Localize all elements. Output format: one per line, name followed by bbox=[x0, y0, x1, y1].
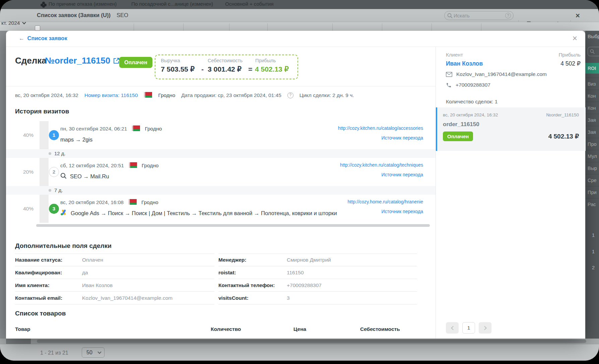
scrollbar-corner bbox=[6, 339, 31, 344]
gap-dot-icon bbox=[49, 152, 51, 155]
background-search-box: ? bbox=[444, 11, 514, 20]
visit-landing-url-link[interactable]: http://cozy.kitchen.ru/catalog/accessori… bbox=[338, 125, 423, 131]
visit-landing-url-link[interactable]: http://cozy.home.ru/catalog/hranenie bbox=[348, 199, 423, 204]
background-pagination-bar: 1 - 21 из 21 50 bbox=[0, 344, 599, 361]
metrics-search-box[interactable] bbox=[588, 47, 599, 56]
search-icon bbox=[590, 49, 595, 54]
client-sidebar: Клиент Прибыль Иван Козлов 4 502 ₽ Kozlo… bbox=[436, 47, 585, 339]
current-page-button[interactable]: 1 bbox=[462, 322, 475, 334]
period-label: кт. 2024 bbox=[1, 20, 20, 26]
metric-row-fragment[interactable]: Кон bbox=[585, 90, 599, 102]
search-help-icon[interactable]: ? bbox=[505, 13, 511, 18]
products-col-product: Товар bbox=[15, 326, 30, 332]
visit-landing-url-link[interactable]: http://cozy.kitchen.ru/catalog/technique… bbox=[340, 162, 423, 168]
visit-number-link[interactable]: Номер визита: 116150 bbox=[84, 92, 138, 98]
modal-close-icon[interactable]: × bbox=[572, 33, 577, 43]
background-tab-seo[interactable]: SEO bbox=[117, 12, 128, 18]
metric-row-fragment[interactable]: Сре bbox=[585, 174, 599, 186]
extra-field-value: да bbox=[82, 270, 88, 276]
metric-row-fragment[interactable]: Кон bbox=[585, 102, 599, 114]
chevron-right-icon bbox=[482, 326, 487, 330]
deal-status-badge: Оплачен bbox=[119, 57, 152, 68]
page-size-select[interactable]: 50 bbox=[82, 347, 105, 358]
deal-card-name: order_116150 bbox=[443, 121, 579, 128]
products-col-cost: Себестоимость bbox=[360, 326, 400, 332]
extra-field-row: Контактный телефон:+70009288307 bbox=[218, 279, 417, 292]
page-size-value: 50 bbox=[86, 350, 92, 356]
metric-row-fragment[interactable]: Выр bbox=[585, 162, 599, 174]
deal-card-date: вс, 20 октября 2024, 16:32 bbox=[443, 112, 498, 117]
cost-label: Себестоимость bbox=[208, 58, 243, 63]
visit-history-list: 40%1пн, 30 сентября 2024, 06:21Гродноmap… bbox=[6, 121, 436, 223]
rows-range-label: 1 - 21 из 21 bbox=[40, 350, 68, 356]
gap-dot-icon bbox=[49, 189, 51, 192]
deal-card-number: №order_116150 bbox=[546, 112, 579, 117]
client-profit-label: Прибыль bbox=[558, 52, 581, 58]
background-metrics-panel: Выбр ROI ВизКонКонЗаяЗаяПроМулВырСреПриР… bbox=[585, 31, 599, 339]
metric-row-roi[interactable]: ROI bbox=[585, 63, 599, 74]
chevron-down-icon bbox=[97, 350, 101, 354]
search-input[interactable] bbox=[454, 11, 501, 19]
back-arrow-icon: ← bbox=[19, 35, 24, 41]
extra-field-row: Имя клиента:Иван Козлов bbox=[15, 279, 214, 292]
metric-value-fragment: 1 bbox=[592, 232, 595, 238]
app-window: По причине отказа (изменен) По посадочно… bbox=[0, 0, 599, 361]
visit-row: 40%3вс, 20 октября 2024, 16:08ГродноGoog… bbox=[6, 195, 436, 223]
visit-source-path: Google Ads → Поиск → Поиск | Дом | Текст… bbox=[71, 210, 337, 216]
metric-row-fragment[interactable]: Мул bbox=[585, 150, 599, 162]
deal-meta-row: вс, 20 октября 2024, 16:32 Номер визита:… bbox=[15, 90, 354, 101]
select-all-checkbox[interactable] bbox=[35, 25, 40, 31]
horizontal-scrollbar-thumb[interactable] bbox=[37, 340, 586, 343]
extra-field-label: Название статуса: bbox=[15, 257, 82, 263]
report-tab-main-events[interactable]: Основной + события bbox=[225, 1, 274, 7]
visit-row: 20%2сб, 12 октября 2024, 20:51ГродноSEO … bbox=[6, 158, 436, 186]
client-phone-row: +70009288307 bbox=[446, 82, 490, 88]
extra-field-label: roistat: bbox=[218, 270, 287, 276]
visit-history-title: История визитов bbox=[15, 108, 69, 115]
visit-number-circle: 1 bbox=[49, 130, 59, 140]
prev-page-button[interactable] bbox=[446, 322, 459, 334]
report-tab-refusal[interactable]: По причине отказа (изменен) bbox=[49, 1, 117, 7]
background-tab-bar: По причине отказа (изменен) По посадочно… bbox=[0, 0, 599, 9]
history-scrollbar-thumb[interactable] bbox=[36, 224, 430, 227]
help-icon[interactable]: ? bbox=[287, 92, 293, 98]
client-name-link[interactable]: Иван Козлов bbox=[446, 60, 483, 67]
client-phone: +70009288307 bbox=[456, 82, 490, 88]
metric-row-fragment[interactable]: Рас bbox=[585, 198, 599, 210]
next-page-button[interactable] bbox=[479, 322, 491, 334]
report-tab-landing[interactable]: По посадочной с...анице (изменен) bbox=[131, 1, 213, 7]
modal-header: ← Список заявок × bbox=[6, 31, 585, 47]
extra-field-row: visitsCount:3 bbox=[218, 292, 417, 304]
metric-row-fragment[interactable]: При bbox=[585, 186, 599, 198]
deal-city: Гродно bbox=[158, 92, 175, 98]
metric-row-fragment[interactable]: Про bbox=[585, 138, 599, 150]
back-to-list-link[interactable]: ← Список заявок bbox=[19, 35, 67, 41]
background-close-icon[interactable]: × bbox=[576, 11, 580, 20]
metric-row-fragment[interactable]: Зая bbox=[585, 126, 599, 138]
google-ads-icon bbox=[60, 209, 67, 217]
visit-source-link[interactable]: Источник перехода bbox=[338, 135, 423, 141]
visit-gauge-bar bbox=[40, 195, 49, 223]
visit-source-link[interactable]: Источник перехода bbox=[340, 172, 423, 177]
extra-field-value: Иван Козлов bbox=[82, 282, 113, 288]
deal-title-label: Сделка bbox=[15, 56, 47, 66]
visit-source-link[interactable]: Источник перехода bbox=[348, 209, 423, 214]
deal-card[interactable]: вс, 20 октября 2024, 16:32 №order_116150… bbox=[436, 107, 586, 151]
revenue-value: 7 503.55 ₽ bbox=[161, 65, 195, 73]
app-menu-icon[interactable] bbox=[40, 1, 48, 10]
extra-field-label: Имя клиента: bbox=[15, 282, 82, 288]
equals-sign: = bbox=[248, 65, 252, 73]
period-selector[interactable]: кт. 2024 bbox=[1, 20, 25, 26]
belarus-flag-icon bbox=[144, 92, 152, 99]
search-icon bbox=[447, 13, 453, 18]
visit-gap-label: 12 д. bbox=[54, 151, 66, 156]
extra-fields-left-column: Название статуса:ОплаченКвалифицирован:д… bbox=[15, 254, 214, 304]
deal-cycle: Цикл сделки: 2 дн. 9 ч. bbox=[300, 92, 354, 98]
metric-row-fragment[interactable]: Зая bbox=[585, 114, 599, 126]
deal-main-pane: Сделка №order_116150 Оплачен Выручка Себ… bbox=[6, 47, 436, 339]
metric-row-fragment[interactable]: Виз bbox=[585, 78, 599, 90]
extra-fields-right-column: Менеджер:Смирнов Дмитрийroistat:116150Ко… bbox=[218, 254, 417, 304]
deal-order-link[interactable]: №order_116150 bbox=[45, 56, 120, 66]
background-report-title: Список заявок (Заявки (U)) bbox=[37, 12, 111, 18]
visit-number-circle: 3 bbox=[49, 204, 59, 214]
